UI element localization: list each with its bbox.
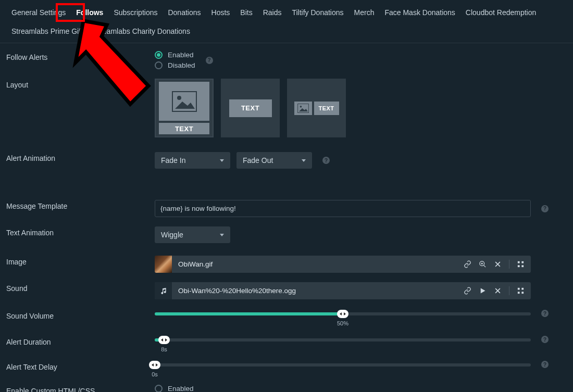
volume-value: 50%: [337, 320, 348, 326]
tab-merch[interactable]: Merch: [349, 5, 380, 24]
svg-rect-22: [518, 292, 520, 294]
help-icon[interactable]: ?: [541, 205, 549, 212]
image-file-bar: ObiWan.gif: [155, 256, 531, 273]
annotation-arrow: [68, 16, 156, 130]
tab-face-mask-donations[interactable]: Face Mask Donations: [379, 5, 460, 24]
layout-option-text-only[interactable]: TEXT: [221, 79, 280, 137]
tab-bits[interactable]: Bits: [235, 5, 257, 24]
radio-custom-enabled[interactable]: Enabled: [155, 385, 195, 392]
label-image: Image: [6, 256, 155, 266]
separator: [509, 260, 509, 269]
radio-label: Enabled: [168, 51, 194, 59]
label-message-template: Message Template: [6, 200, 155, 210]
duration-slider[interactable]: 8s: [155, 337, 531, 342]
label-alert-duration: Alert Duration: [6, 336, 155, 346]
layout-option-stacked[interactable]: TEXT: [155, 79, 214, 137]
svg-rect-16: [521, 265, 524, 267]
radio-dot-icon: [155, 385, 163, 392]
grid-icon[interactable]: [517, 260, 525, 268]
select-value: Fade Out: [243, 156, 273, 165]
image-placeholder-icon: [172, 91, 197, 112]
radio-label: Disabled: [168, 61, 195, 69]
layout-text-badge: TEXT: [314, 102, 339, 115]
label-sound-volume: Sound Volume: [6, 310, 155, 320]
close-icon[interactable]: [494, 287, 502, 295]
help-icon[interactable]: ?: [541, 336, 549, 343]
label-alert-animation: Alert Animation: [6, 152, 155, 162]
layout-text-badge: TEXT: [229, 99, 272, 117]
link-icon[interactable]: [464, 287, 471, 295]
select-text-animation[interactable]: Wiggle: [155, 226, 230, 243]
label-sound: Sound: [6, 282, 155, 293]
sound-file-bar: Obi-Wan%20-%20Hello%20there.ogg: [155, 282, 531, 299]
svg-point-5: [300, 106, 302, 108]
radio-follow-alerts-enabled[interactable]: Enabled: [155, 51, 195, 59]
svg-marker-6: [298, 108, 307, 111]
play-icon[interactable]: [479, 287, 487, 295]
tab-general-settings[interactable]: General Settings: [6, 5, 71, 24]
music-icon: [159, 287, 168, 295]
select-animation-out[interactable]: Fade Out: [236, 152, 312, 169]
delay-slider[interactable]: 0s: [155, 362, 531, 366]
svg-rect-13: [518, 261, 520, 263]
volume-slider[interactable]: 50%: [155, 311, 531, 315]
svg-rect-15: [518, 265, 520, 267]
select-value: Wiggle: [161, 231, 183, 239]
tab-donations[interactable]: Donations: [163, 5, 206, 24]
tab-tiltify-donations[interactable]: Tiltify Donations: [286, 5, 348, 24]
label-text-animation: Text Animation: [6, 226, 155, 237]
help-icon[interactable]: ?: [206, 57, 213, 64]
svg-marker-17: [481, 288, 485, 294]
sound-thumbnail: [155, 282, 172, 299]
close-icon[interactable]: [494, 260, 502, 268]
tab-hosts[interactable]: Hosts: [206, 5, 235, 24]
image-placeholder-icon: [297, 104, 309, 113]
zoom-icon[interactable]: [479, 260, 487, 268]
message-template-input[interactable]: [155, 200, 531, 217]
chevron-down-icon: [302, 159, 306, 162]
sound-file-name: Obi-Wan%20-%20Hello%20there.ogg: [172, 287, 464, 295]
delay-value: 0s: [152, 371, 158, 377]
help-icon[interactable]: ?: [541, 361, 549, 368]
chevron-down-icon: [220, 234, 224, 236]
tab-raids[interactable]: Raids: [258, 5, 287, 24]
grid-icon[interactable]: [517, 287, 525, 295]
help-icon[interactable]: ?: [322, 157, 330, 164]
svg-marker-0: [76, 21, 148, 104]
radio-label: Enabled: [168, 385, 194, 392]
select-animation-in[interactable]: Fade In: [155, 152, 230, 169]
select-value: Fade In: [161, 156, 185, 165]
chevron-down-icon: [220, 159, 224, 162]
tab-cloudbot-redemption[interactable]: Cloudbot Redemption: [460, 5, 541, 24]
image-file-name: ObiWan.gif: [172, 260, 464, 268]
svg-line-8: [483, 265, 485, 267]
svg-point-2: [177, 96, 181, 100]
layout-option-side[interactable]: TEXT: [287, 79, 346, 137]
duration-value: 8s: [161, 346, 167, 352]
label-alert-text-delay: Alert Text Delay: [6, 361, 155, 371]
image-thumbnail: [155, 256, 172, 273]
svg-rect-21: [521, 288, 524, 290]
svg-marker-3: [175, 102, 195, 109]
svg-rect-14: [521, 261, 524, 263]
layout-text-badge: TEXT: [159, 123, 209, 134]
radio-follow-alerts-disabled[interactable]: Disabled: [155, 61, 195, 69]
link-icon[interactable]: [464, 260, 471, 268]
svg-rect-23: [521, 292, 524, 294]
label-enable-custom: Enable Custom HTML/CSS: [6, 385, 155, 392]
help-icon[interactable]: ?: [541, 310, 549, 317]
svg-rect-20: [518, 288, 520, 290]
separator: [509, 286, 509, 295]
